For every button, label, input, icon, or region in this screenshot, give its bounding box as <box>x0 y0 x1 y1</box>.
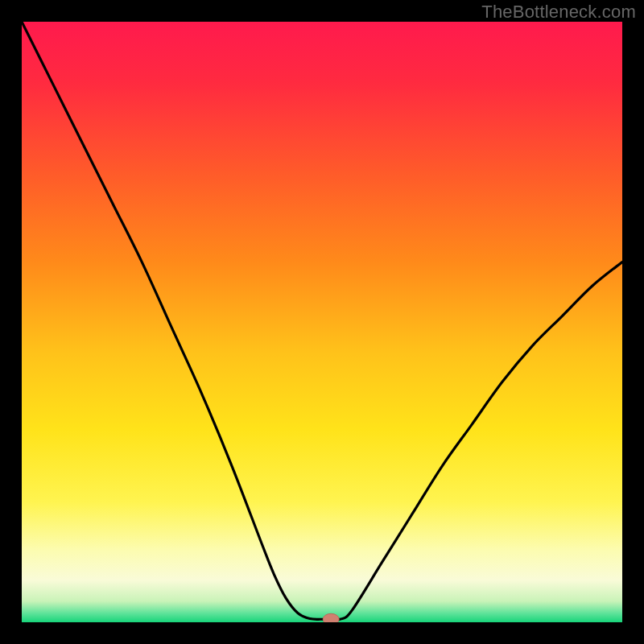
watermark-label: TheBottleneck.com <box>481 2 636 23</box>
gradient-background <box>22 22 622 622</box>
plot-area <box>22 22 622 622</box>
optimum-marker <box>323 613 339 622</box>
chart-svg <box>22 22 622 622</box>
chart-frame: TheBottleneck.com <box>0 0 644 644</box>
